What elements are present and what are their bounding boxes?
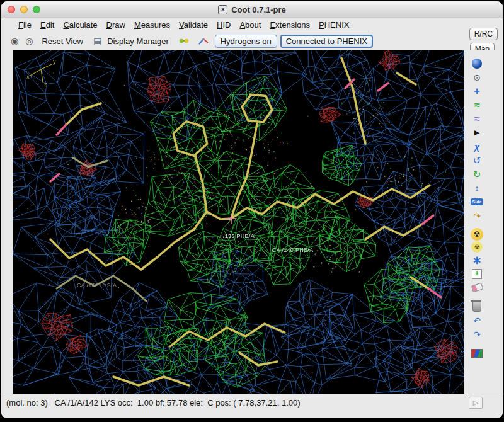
menu-measures[interactable]: Measures bbox=[130, 19, 175, 31]
toolbar-circle-icon-1[interactable]: ◉ bbox=[9, 36, 20, 46]
atom-label-phe140: CA /140 PHE/A bbox=[272, 247, 313, 253]
mutate-autofit-icon[interactable]: ☢ bbox=[471, 228, 483, 241]
menubar: File Edit Calculate Draw Measures Valida… bbox=[1, 18, 503, 31]
toolbar-circle-icon-2[interactable]: ◎ bbox=[23, 36, 35, 46]
menu-validate[interactable]: Validate bbox=[175, 19, 212, 31]
window-title-area: X Coot 0.7.1-pre bbox=[1, 1, 503, 18]
left-gutter bbox=[1, 50, 13, 394]
run-triangle-icon[interactable]: ▷ bbox=[469, 397, 483, 409]
add-terminal-residue-icon[interactable]: ∗ bbox=[469, 253, 484, 266]
rrc-button[interactable]: R/RC bbox=[469, 28, 498, 40]
rotate-cw-icon[interactable]: ↻ bbox=[469, 168, 484, 181]
hydrogens-toggle[interactable]: Hydrogens on bbox=[215, 35, 277, 48]
menu-about[interactable]: About bbox=[235, 19, 265, 31]
dumbbell-tool-button[interactable] bbox=[176, 35, 192, 47]
dumbbell-icon bbox=[178, 37, 190, 45]
atom-label-lys142: CA /142 LYS/A bbox=[77, 282, 117, 288]
statusbar: (mol. no: 3) CA /1/A/142 LYS occ: 1.00 b… bbox=[1, 394, 503, 418]
window-title: Coot 0.7.1-pre bbox=[231, 5, 286, 14]
main-toolbar: ◉ ◎ Reset View ▤ Display Manager Hydroge… bbox=[1, 31, 461, 50]
real-space-refine-icon[interactable]: ≈ bbox=[469, 98, 484, 111]
flip-peptide-icon[interactable]: ↕ bbox=[469, 181, 484, 195]
target-circle-icon[interactable]: ⊙ bbox=[469, 71, 484, 84]
density-map-canvas[interactable] bbox=[13, 50, 464, 394]
simple-mutate-icon[interactable]: ☢ bbox=[471, 241, 483, 253]
display-manager-icon: ▤ bbox=[92, 36, 103, 46]
jed-flip-icon[interactable]: ↷ bbox=[469, 209, 484, 222]
menu-edit[interactable]: Edit bbox=[36, 19, 59, 31]
display-manager-label: Display Manager bbox=[105, 37, 171, 46]
add-alt-conf-icon[interactable]: + bbox=[469, 267, 484, 280]
sticks-tool-button[interactable] bbox=[195, 35, 212, 47]
raster-image-icon[interactable] bbox=[469, 346, 484, 360]
modelling-toolbar: ⊙ + ≈ ≈ ▶ χ ↺ ↻ ↕ Side ↷ ☢ ☢ ∗ + ↶ ↷ bbox=[464, 50, 503, 394]
titlebar: X Coot 0.7.1-pre bbox=[1, 1, 503, 18]
status-text: (mol. no: 3) CA /1/A/142 LYS occ: 1.00 b… bbox=[1, 398, 301, 408]
side-chain-flip-icon[interactable]: Side bbox=[469, 195, 484, 208]
display-manager-button[interactable]: ▤ Display Manager bbox=[90, 35, 173, 47]
rigid-body-fit-icon[interactable]: ▶ bbox=[469, 126, 484, 139]
main-area: /130 PHE/A CA /140 PHE/A CA /142 LYS/A ⊙… bbox=[1, 50, 503, 394]
eraser-icon[interactable] bbox=[469, 281, 484, 294]
undo-icon[interactable]: ↶ bbox=[469, 314, 484, 327]
sticks-icon bbox=[197, 37, 210, 45]
sphere-refine-icon[interactable] bbox=[469, 57, 484, 70]
menu-extensions[interactable]: Extensions bbox=[265, 19, 314, 31]
phenix-connection-toggle[interactable]: Connected to PHENIX bbox=[280, 35, 373, 48]
x11-app-icon: X bbox=[218, 5, 227, 14]
redo-icon[interactable]: ↷ bbox=[469, 328, 484, 341]
translate-zone-icon[interactable]: + bbox=[469, 84, 484, 98]
edit-chi-angles-icon[interactable]: χ bbox=[469, 140, 484, 153]
rotate-ccw-icon[interactable]: ↺ bbox=[469, 154, 484, 167]
menu-draw[interactable]: Draw bbox=[102, 19, 130, 31]
gl-viewport[interactable]: /130 PHE/A CA /140 PHE/A CA /142 LYS/A bbox=[13, 50, 464, 394]
app-window: X Coot 0.7.1-pre File Edit Calculate Dra… bbox=[1, 1, 503, 418]
regularize-zone-icon[interactable]: ≈ bbox=[469, 112, 484, 125]
menu-phenix[interactable]: PHENIX bbox=[314, 19, 353, 31]
reset-view-label: Reset View bbox=[40, 37, 85, 46]
menu-file[interactable]: File bbox=[14, 19, 36, 31]
menu-calculate[interactable]: Calculate bbox=[59, 19, 101, 31]
reset-view-button[interactable]: Reset View bbox=[38, 35, 87, 47]
atom-label-phe130: /130 PHE/A bbox=[223, 233, 255, 239]
trash-icon[interactable] bbox=[469, 300, 484, 313]
menu-hid[interactable]: HID bbox=[212, 19, 235, 31]
